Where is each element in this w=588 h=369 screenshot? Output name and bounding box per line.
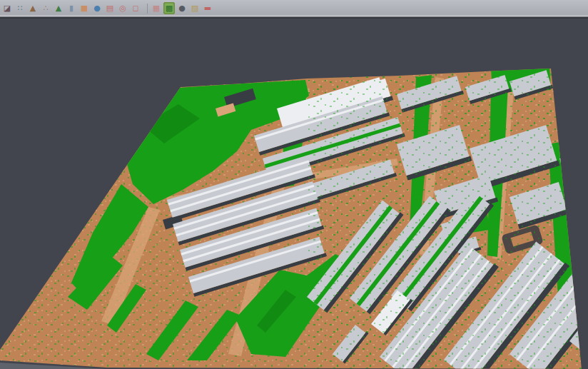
ring-icon[interactable]: ◎ [117, 2, 128, 14]
scatter-points-icon[interactable]: ∷ [14, 2, 26, 14]
sparse-points-icon[interactable]: ∴ [40, 2, 51, 14]
terrain-brown-icon[interactable]: ▲ [27, 2, 39, 14]
sphere-icon[interactable]: ● [176, 2, 188, 14]
grid-tile-icon[interactable]: ▦ [151, 2, 162, 14]
tag-icon[interactable]: ▨ [189, 2, 201, 14]
vegetation-speckle-overlay [307, 69, 588, 369]
toolbar-icons: ◪∷▲∴▲▮■●▤◎◻▦▩●▨▬ [1, 0, 213, 16]
scene-3d-mesh [0, 19, 588, 369]
bars-icon[interactable]: ▬ [202, 2, 213, 14]
viewport-3d[interactable] [0, 17, 588, 369]
terrain-mesh [0, 61, 588, 369]
classification-icon[interactable]: ▩ [163, 2, 175, 14]
terrain-green-icon[interactable]: ▲ [53, 2, 64, 14]
globe-icon[interactable]: ● [91, 2, 103, 14]
toolbar-separator [143, 4, 148, 14]
orbit-view-icon[interactable]: ◪ [1, 2, 13, 14]
crop-box-icon[interactable]: ◻ [130, 2, 141, 14]
application-window: ◪∷▲∴▲▮■●▤◎◻▦▩●▨▬ [0, 0, 588, 369]
toolbar: ◪∷▲∴▲▮■●▤◎◻▦▩●▨▬ [0, 0, 588, 17]
column-icon[interactable]: ▮ [66, 2, 77, 14]
layers-icon[interactable]: ▤ [104, 2, 116, 14]
orange-tile-icon[interactable]: ■ [78, 2, 90, 14]
